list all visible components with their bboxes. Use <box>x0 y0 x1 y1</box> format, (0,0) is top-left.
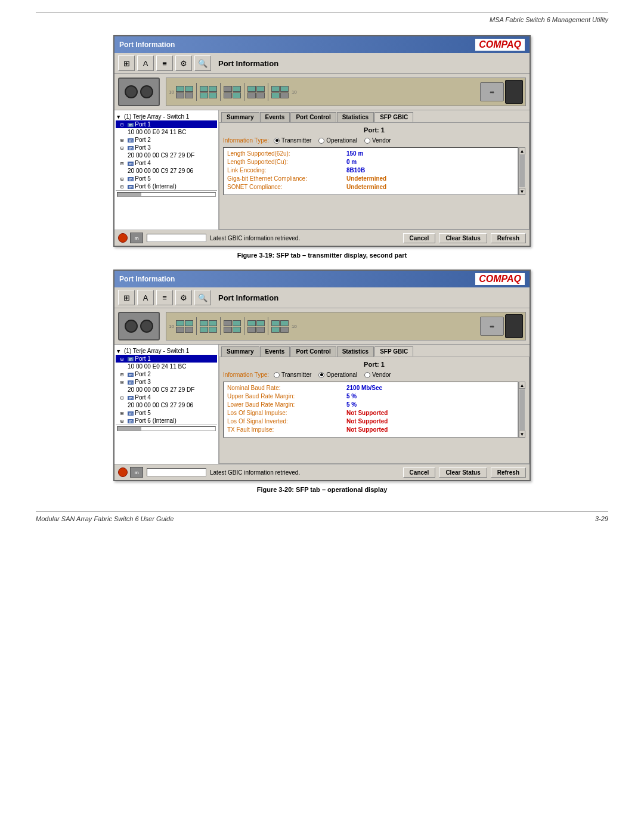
port-group-7 <box>200 320 217 333</box>
toolbar-btn-grid[interactable]: ⊞ <box>118 55 135 71</box>
cancel-btn-2[interactable]: Cancel <box>403 467 436 478</box>
toolbar-btn-a[interactable]: A <box>137 55 154 71</box>
radio-operational-1[interactable]: Operational <box>318 137 357 144</box>
tree-port2-2[interactable]: ⊞mPort 2 <box>116 370 217 378</box>
radio-transmitter-1[interactable]: Transmitter <box>274 137 311 144</box>
tree-port4-1[interactable]: ⊟mPort 4 <box>116 159 217 167</box>
power-icon-2 <box>505 314 523 338</box>
tree-port6-1[interactable]: ⊞mPort 6 (Internal) <box>116 182 217 190</box>
tree-port1-addr-1: 10 00 00 E0 24 11 BC <box>116 128 217 136</box>
info-type-row-1: Information Type: Transmitter Operationa… <box>223 137 525 144</box>
port-strip-1: 10 <box>166 78 526 106</box>
tree-port2-1[interactable]: ⊞mPort 2 <box>116 136 217 144</box>
port-header-2: Port: 1 <box>223 361 525 368</box>
status-text-2: Latest GBIC information retrieved. <box>210 469 400 476</box>
toolbar-btn-search[interactable]: 🔍 <box>194 55 211 71</box>
tab-portcontrol-2[interactable]: Port Control <box>290 346 336 357</box>
tree-port6-2[interactable]: ⊞mPort 6 (Internal) <box>116 417 217 425</box>
cam-4 <box>140 320 153 333</box>
data-row-2-5: Los Of Signal Inverted: Not Supported <box>227 418 514 425</box>
tab-summary-2[interactable]: Summary <box>221 346 259 357</box>
figure2-caption: Figure 3-20: SFP tab – operational displ… <box>36 486 608 493</box>
toolbar-2: ⊞ A ≡ ⚙ 🔍 Port Information <box>114 287 530 308</box>
cam-3 <box>125 320 138 333</box>
cancel-btn-1[interactable]: Cancel <box>403 233 436 243</box>
tree-port4-addr-1: 20 00 00 00 C9 27 29 06 <box>116 167 217 175</box>
radio-vendor-circle-1[interactable] <box>364 138 370 144</box>
tree-port1-2[interactable]: ⊟mPort 1 <box>116 355 217 363</box>
radio-operational-circle-2[interactable] <box>318 372 324 378</box>
scroll-down-2[interactable]: ▼ <box>519 431 525 438</box>
scrollbar-1[interactable]: ▲ ▼ <box>518 147 525 195</box>
tree-root-1[interactable]: ▼(1) Terje Array - Switch 1 <box>116 113 217 120</box>
tree-port3-addr-1: 20 00 00 00 C9 27 29 DF <box>116 151 217 159</box>
port-graphic-2: 10 <box>114 308 530 345</box>
status-icons-1: m <box>118 233 143 243</box>
info-type-label-1: Information Type: <box>223 137 269 144</box>
tab-statistics-2[interactable]: Statistics <box>337 346 374 357</box>
status-bar-1: m Latest GBIC information retrieved. Can… <box>114 230 530 246</box>
radio-transmitter-circle-2[interactable] <box>274 372 280 378</box>
tree-port5-2[interactable]: ⊞mPort 5 <box>116 409 217 417</box>
data-content-1: Length Supported(62u): 150 m Length Supp… <box>223 147 518 195</box>
port-group-1 <box>176 86 193 98</box>
refresh-btn-2[interactable]: Refresh <box>491 467 526 478</box>
clear-btn-2[interactable]: Clear Status <box>439 467 487 478</box>
info-type-label-2: Information Type: <box>223 371 269 378</box>
footer-page: 3-29 <box>595 515 608 522</box>
titlebar-1: Port Information COMPAQ <box>114 36 530 53</box>
page-container: MSA Fabric Switch 6 Management Utility P… <box>0 0 644 546</box>
tab-events-2[interactable]: Events <box>260 346 290 357</box>
port-group-9 <box>247 320 265 333</box>
tree-port4-2[interactable]: ⊟mPort 4 <box>116 394 217 401</box>
tab-events-1[interactable]: Events <box>260 112 290 122</box>
tree-root-2[interactable]: ▼(1) Terje Array - Switch 1 <box>116 347 217 355</box>
status-icons-2: m <box>118 467 143 478</box>
tree-port3-2[interactable]: ⊟mPort 3 <box>116 378 217 386</box>
radio-vendor-1[interactable]: Vendor <box>364 137 391 144</box>
refresh-btn-1[interactable]: Refresh <box>491 233 526 243</box>
tab-sfpgbic-1[interactable]: SFP GBIC <box>374 112 413 122</box>
toolbar-btn-grid-2[interactable]: ⊞ <box>118 290 135 305</box>
tree-port1-1[interactable]: ⊟mPort 1 <box>116 120 217 128</box>
port-group-8 <box>224 320 241 333</box>
scroll-up-1[interactable]: ▲ <box>519 147 525 154</box>
toolbar-btn-list[interactable]: ≡ <box>156 55 173 71</box>
figure2-block: Port Information COMPAQ ⊞ A ≡ ⚙ 🔍 Port I… <box>36 270 608 493</box>
scroll-up-2[interactable]: ▲ <box>519 382 525 389</box>
radio-transmitter-circle-1[interactable] <box>274 138 280 144</box>
tabs-bar-1: Summary Events Port Control Statistics S… <box>219 110 530 122</box>
tree-hscroll-1 <box>116 190 217 197</box>
device-icon-2 <box>118 312 160 340</box>
tab-summary-1[interactable]: Summary <box>221 112 259 122</box>
clear-btn-1[interactable]: Clear Status <box>439 233 487 243</box>
tab-portcontrol-1[interactable]: Port Control <box>290 112 336 122</box>
port-group-10 <box>271 320 289 333</box>
data-row-1-3: Link Encoding: 8B10B <box>227 167 514 174</box>
port-group-3 <box>224 86 241 98</box>
status-icon-box-2: m <box>130 467 143 478</box>
tree-panel-1: ▼(1) Terje Array - Switch 1 ⊟mPort 1 10 … <box>114 110 219 230</box>
tree-port3-1[interactable]: ⊟mPort 3 <box>116 144 217 151</box>
tab-sfpgbic-2[interactable]: SFP GBIC <box>374 346 413 357</box>
toolbar-btn-gear-2[interactable]: ⚙ <box>175 290 192 305</box>
radio-operational-circle-1[interactable] <box>318 138 324 144</box>
data-row-2-3: Lower Baud Rate Margin: 5 % <box>227 401 514 408</box>
scroll-down-1[interactable]: ▼ <box>519 188 525 195</box>
radio-vendor-2[interactable]: Vendor <box>364 371 391 378</box>
progress-bar-2 <box>147 468 206 476</box>
port-group-4 <box>247 86 265 98</box>
toolbar-btn-search-2[interactable]: 🔍 <box>194 290 211 305</box>
radio-transmitter-2[interactable]: Transmitter <box>274 371 311 378</box>
tree-port5-1[interactable]: ⊞mPort 5 <box>116 175 217 182</box>
compaq-logo-2: COMPAQ <box>475 273 525 285</box>
scrollbar-2[interactable]: ▲ ▼ <box>518 382 525 438</box>
toolbar-btn-a-2[interactable]: A <box>137 290 154 305</box>
tab-statistics-1[interactable]: Statistics <box>337 112 374 122</box>
info-type-row-2: Information Type: Transmitter Operationa… <box>223 371 525 378</box>
radio-operational-2[interactable]: Operational <box>318 371 357 378</box>
radio-vendor-circle-2[interactable] <box>364 372 370 378</box>
toolbar-btn-list-2[interactable]: ≡ <box>156 290 173 305</box>
tabs-bar-2: Summary Events Port Control Statistics S… <box>219 345 530 357</box>
toolbar-btn-gear[interactable]: ⚙ <box>175 55 192 71</box>
